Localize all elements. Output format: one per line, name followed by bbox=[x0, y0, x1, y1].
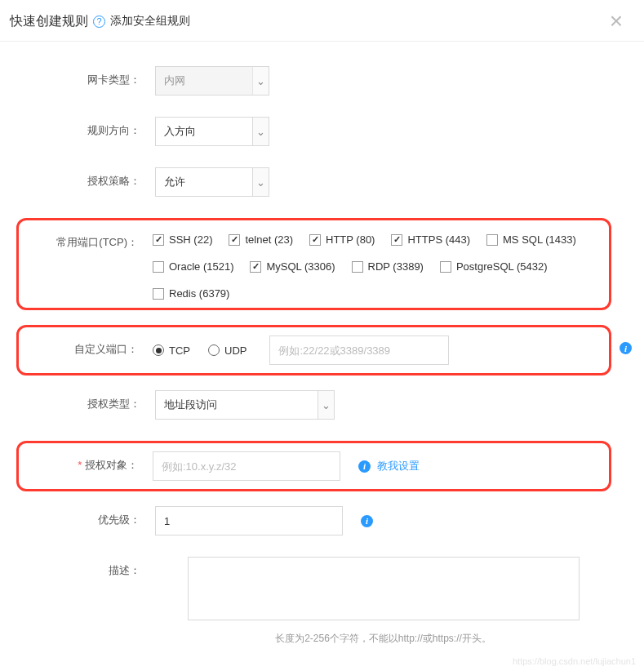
chk-ssh[interactable]: SSH (22) bbox=[153, 233, 212, 246]
row-auth-object: 授权对象： i 教我设置 bbox=[24, 451, 601, 481]
checkbox-group-ports: SSH (22) telnet (23) HTTP (80) HTTPS (44… bbox=[153, 229, 597, 300]
label-auth-type: 授权类型： bbox=[16, 390, 155, 411]
dialog-subtitle: 添加安全组规则 bbox=[110, 14, 190, 29]
input-priority[interactable] bbox=[155, 506, 343, 535]
checkbox-icon bbox=[153, 261, 164, 273]
radio-icon bbox=[153, 344, 164, 356]
row-auth-type: 授权类型： 地址段访问 ⌄ bbox=[16, 390, 611, 420]
chk-mssql[interactable]: MS SQL (1433) bbox=[486, 233, 576, 246]
checkbox-icon bbox=[153, 234, 164, 246]
info-icon[interactable]: i bbox=[620, 342, 632, 354]
annotation-custom-port: 自定义端口： TCP UDP i bbox=[16, 325, 611, 375]
link-teach-me[interactable]: 教我设置 bbox=[377, 459, 420, 473]
checkbox-icon bbox=[309, 234, 321, 246]
checkbox-icon bbox=[486, 234, 498, 246]
label-nic-type: 网卡类型： bbox=[16, 66, 155, 87]
dialog-header: 快速创建规则 ? 添加安全组规则 × bbox=[0, 0, 644, 42]
row-common-ports: 常用端口(TCP)： SSH (22) telnet (23) HTTP (80… bbox=[24, 229, 597, 300]
row-description: 描述： 长度为2-256个字符，不能以http://或https://开头。 bbox=[16, 557, 611, 646]
label-description: 描述： bbox=[16, 557, 155, 578]
checkbox-icon bbox=[391, 234, 402, 246]
chk-http[interactable]: HTTP (80) bbox=[309, 233, 375, 246]
textarea-description[interactable] bbox=[188, 557, 580, 620]
select-nic-type: 内网 ⌄ bbox=[155, 66, 269, 96]
label-custom-port: 自定义端口： bbox=[24, 336, 153, 357]
hint-description: 长度为2-256个字符，不能以http://或https://开头。 bbox=[275, 632, 491, 646]
select-auth-policy[interactable]: 允许 ⌄ bbox=[155, 167, 269, 197]
checkbox-icon bbox=[440, 261, 451, 273]
label-auth-object: 授权对象： bbox=[24, 451, 153, 473]
chk-redis[interactable]: Redis (6379) bbox=[153, 287, 229, 300]
chevron-down-icon: ⌄ bbox=[252, 168, 269, 196]
select-auth-type-value: 地址段访问 bbox=[164, 398, 217, 412]
radio-group-protocol: TCP UDP bbox=[153, 344, 246, 357]
annotation-common-ports: 常用端口(TCP)： SSH (22) telnet (23) HTTP (80… bbox=[16, 218, 611, 310]
label-common-ports: 常用端口(TCP)： bbox=[24, 229, 153, 250]
row-nic-type: 网卡类型： 内网 ⌄ bbox=[16, 66, 611, 96]
checkbox-icon bbox=[229, 234, 240, 246]
chk-postgresql[interactable]: PostgreSQL (5432) bbox=[440, 260, 548, 273]
radio-udp[interactable]: UDP bbox=[208, 344, 246, 357]
chk-oracle[interactable]: Oracle (1521) bbox=[153, 260, 233, 273]
info-icon[interactable]: i bbox=[358, 460, 371, 473]
close-icon[interactable]: × bbox=[605, 10, 628, 33]
checkbox-icon bbox=[250, 261, 261, 273]
select-auth-policy-value: 允许 bbox=[164, 175, 185, 189]
checkbox-icon bbox=[153, 288, 164, 300]
label-priority: 优先级： bbox=[16, 506, 155, 527]
row-custom-port: 自定义端口： TCP UDP bbox=[24, 336, 560, 365]
chk-https[interactable]: HTTPS (443) bbox=[391, 233, 470, 246]
select-direction-value: 入方向 bbox=[164, 124, 196, 139]
annotation-auth-object: 授权对象： i 教我设置 bbox=[16, 441, 611, 491]
checkbox-icon bbox=[352, 261, 363, 273]
row-auth-policy: 授权策略： 允许 ⌄ bbox=[16, 167, 611, 197]
header-left: 快速创建规则 ? 添加安全组规则 bbox=[10, 13, 190, 30]
radio-tcp[interactable]: TCP bbox=[153, 344, 190, 357]
chevron-down-icon: ⌄ bbox=[318, 391, 334, 419]
row-priority: 优先级： i bbox=[16, 506, 611, 535]
chevron-down-icon: ⌄ bbox=[252, 118, 269, 145]
chevron-down-icon: ⌄ bbox=[252, 67, 269, 95]
label-direction: 规则方向： bbox=[16, 117, 155, 138]
select-direction[interactable]: 入方向 ⌄ bbox=[155, 117, 269, 146]
chk-mysql[interactable]: MySQL (3306) bbox=[250, 260, 335, 273]
form-body: 网卡类型： 内网 ⌄ 规则方向： 入方向 ⌄ 授权策略： 允许 ⌄ bbox=[0, 42, 644, 671]
select-nic-type-value: 内网 bbox=[164, 73, 185, 88]
input-custom-port[interactable] bbox=[269, 336, 449, 365]
dialog-title: 快速创建规则 bbox=[10, 13, 88, 30]
input-auth-object[interactable] bbox=[153, 451, 340, 481]
chk-telnet[interactable]: telnet (23) bbox=[229, 233, 293, 246]
radio-icon bbox=[208, 344, 220, 356]
help-icon[interactable]: ? bbox=[93, 16, 105, 28]
select-auth-type[interactable]: 地址段访问 ⌄ bbox=[155, 390, 335, 420]
row-direction: 规则方向： 入方向 ⌄ bbox=[16, 117, 611, 146]
info-icon[interactable]: i bbox=[361, 515, 373, 527]
chk-rdp[interactable]: RDP (3389) bbox=[352, 260, 424, 273]
label-auth-policy: 授权策略： bbox=[16, 167, 155, 189]
